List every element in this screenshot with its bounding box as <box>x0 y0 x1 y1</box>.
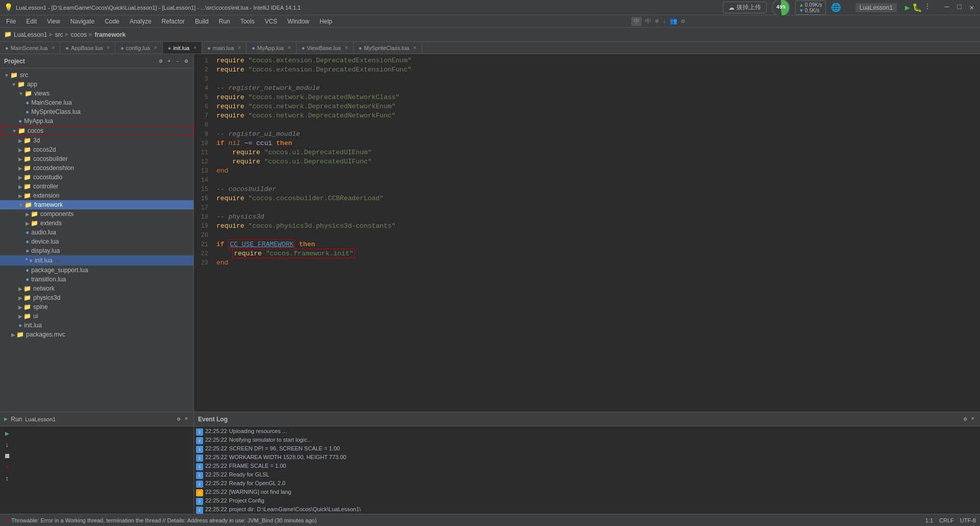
editor-area: 1 require "cocos.extension.DeprecatedExt… <box>194 54 980 412</box>
tree-framework[interactable]: ▼ 📁 framework <box>0 200 193 209</box>
tab-mysprite-close[interactable]: × <box>413 45 416 51</box>
tree-cocostudio[interactable]: ▶ 📁 cocostudio <box>0 173 193 182</box>
menu-navigate[interactable]: Navigate <box>66 17 99 26</box>
tree-mainscene[interactable]: ● MainScene.lua <box>0 98 193 107</box>
debug-toolbar-btn[interactable]: 🐛 <box>912 3 922 13</box>
tab-mainscene[interactable]: ● MainScene.lua × <box>0 42 60 54</box>
tree-app[interactable]: ▼ 📁 app <box>0 80 193 89</box>
menu-tools[interactable]: Tools <box>236 17 259 26</box>
toolbar-icon-5[interactable]: ⚙ <box>681 18 684 25</box>
toolbar-icon-1[interactable]: 中 <box>645 18 651 25</box>
run-step-btn[interactable]: ↓ <box>2 440 12 450</box>
sidebar-settings-icon[interactable]: ⚙ <box>183 57 189 65</box>
run-title: Run <box>11 416 22 423</box>
menu-refactor[interactable]: Refactor <box>158 17 189 26</box>
menu-analyze[interactable]: Analyze <box>126 17 156 26</box>
tree-network[interactable]: ▶ 📁 network <box>0 284 193 293</box>
sidebar-expand-icon[interactable]: + <box>166 58 173 65</box>
menu-run[interactable]: Run <box>215 17 234 26</box>
run-kill-btn[interactable]: ✕ <box>2 462 12 472</box>
run-settings-icon[interactable]: ⚙ <box>176 415 182 423</box>
tab-init-close[interactable]: × <box>193 45 197 51</box>
tab-appbase-close[interactable]: × <box>107 45 110 51</box>
tree-controller[interactable]: ▶ 📁 controller <box>0 182 193 191</box>
maximize-button[interactable]: □ <box>955 3 963 12</box>
menu-file[interactable]: File <box>2 17 20 26</box>
log-close-icon[interactable]: × <box>969 415 976 423</box>
tree-ui[interactable]: ▶ 📁 ui <box>0 312 193 321</box>
more-toolbar-btn[interactable]: ⋮ <box>924 3 930 13</box>
tab-myapp-close[interactable]: × <box>288 45 291 51</box>
arrow-indicator: → <box>55 256 62 265</box>
menu-build[interactable]: Build <box>191 17 213 26</box>
tree-extends[interactable]: ▶ 📁 extends <box>0 219 193 228</box>
breadcrumb-cocos[interactable]: cocos <box>71 31 87 38</box>
code-line-17: 17 <box>194 203 980 212</box>
cloud-button[interactable]: ☁ 拔掉上传 <box>723 2 767 13</box>
run-stop-btn[interactable]: ⏹ <box>2 451 12 461</box>
code-line-12: 12 require "cocos.ui.DeprecatedUIFunc" <box>194 157 980 166</box>
arrow-controller: ▶ <box>18 184 22 189</box>
menu-edit[interactable]: Edit <box>22 17 41 26</box>
tree-views[interactable]: ▼ 📁 views <box>0 89 193 98</box>
tree-cocos2d[interactable]: ▶ 📁 cocos2d <box>0 145 193 154</box>
tree-cocos[interactable]: ▼ 📁 cocos <box>0 126 193 136</box>
tree-spine[interactable]: ▶ 📁 spine <box>0 302 193 312</box>
menu-help[interactable]: Help <box>315 17 336 26</box>
sidebar-collapse-icon[interactable]: - <box>175 58 181 65</box>
tab-appbase[interactable]: ● AppBase.lua × <box>60 42 115 54</box>
tab-mainscene-close[interactable]: × <box>52 45 55 51</box>
tree-transition[interactable]: ● transition.lua <box>0 275 193 284</box>
tab-main-close[interactable]: × <box>238 45 241 51</box>
tab-viewbase-close[interactable]: × <box>345 45 348 51</box>
minimize-button[interactable]: ─ <box>943 3 951 12</box>
tab-viewbase[interactable]: ● ViewBase.lua × <box>297 42 354 54</box>
log-settings-icon[interactable]: ⚙ <box>962 415 969 423</box>
tree-cocosbuilder[interactable]: ▶ 📁 cocosbuilder <box>0 154 193 163</box>
toolbar-icon-3[interactable]: ↓ <box>663 18 666 25</box>
breadcrumb-src[interactable]: src <box>55 31 63 38</box>
menu-vcs[interactable]: VCS <box>261 17 282 26</box>
label-extension: extension <box>33 192 59 199</box>
close-button[interactable]: ✕ <box>968 3 976 12</box>
breadcrumb-framework[interactable]: framework <box>94 31 126 38</box>
menu-view[interactable]: View <box>43 17 64 26</box>
tree-display[interactable]: ● display.lua <box>0 246 193 255</box>
toolbar-icon-2[interactable]: ⊕ <box>655 18 658 25</box>
tree-audio[interactable]: ● audio.lua <box>0 228 193 237</box>
label-extends: extends <box>40 220 62 227</box>
tree-init-current[interactable]: * ● init.lua → <box>0 255 193 266</box>
run-toolbar-btn[interactable]: ▶ <box>905 3 910 13</box>
toolbar-icon-4[interactable]: 👥 <box>670 18 677 25</box>
tree-extension[interactable]: ▶ 📁 extension <box>0 191 193 200</box>
log-icon-8: ⚠ <box>196 489 203 496</box>
tree-src[interactable]: ▼ 📁 src <box>0 70 193 80</box>
run-scroll-btn[interactable]: ↕ <box>2 473 12 484</box>
tree-3d[interactable]: ▶ 📁 3d <box>0 136 193 145</box>
tab-myapp[interactable]: ● MyApp.lua × <box>247 42 296 54</box>
tree-physics3d[interactable]: ▶ 📁 physics3d <box>0 293 193 302</box>
breadcrumb-lualesson[interactable]: LuaLesson1 <box>14 31 47 38</box>
run-start-btn[interactable]: ▶ <box>2 428 12 439</box>
tab-config-close[interactable]: × <box>154 45 157 51</box>
tree-device[interactable]: ● device.lua <box>0 237 193 246</box>
tree-myapp[interactable]: ● MyApp.lua <box>0 116 193 126</box>
code-editor[interactable]: 1 require "cocos.extension.DeprecatedExt… <box>194 54 980 412</box>
tree-mysprite[interactable]: ● MySpriteClass.lua <box>0 107 193 116</box>
tree-cocos-init[interactable]: ● init.lua <box>0 321 193 330</box>
tab-mysprite[interactable]: ● MySpriteClass.lua × <box>354 42 422 54</box>
run-controls: ▶ ↓ ⏹ ✕ ↕ <box>0 426 193 486</box>
sidebar-sync-icon[interactable]: ⚙ <box>158 57 164 65</box>
tree-packages-mvc[interactable]: ▶ 📁 packages.mvc <box>0 330 193 339</box>
tab-init[interactable]: ● init.lua × <box>163 42 202 54</box>
tab-config[interactable]: ● config.lua × <box>115 42 163 54</box>
tab-main[interactable]: ● main.lua × <box>202 42 247 54</box>
code-line-2: 2 require "cocos.extension.DeprecatedExt… <box>194 65 980 75</box>
tree-cocosdenshion[interactable]: ▶ 📁 cocosdenshion <box>0 163 193 173</box>
run-close-icon[interactable]: × <box>183 415 189 423</box>
menu-code[interactable]: Code <box>101 17 124 26</box>
arrow-cocosbuilder: ▶ <box>18 156 22 162</box>
tree-package-support[interactable]: ● package_support.lua <box>0 266 193 275</box>
tree-components[interactable]: ▶ 📁 components <box>0 209 193 219</box>
menu-window[interactable]: Window <box>283 17 313 26</box>
